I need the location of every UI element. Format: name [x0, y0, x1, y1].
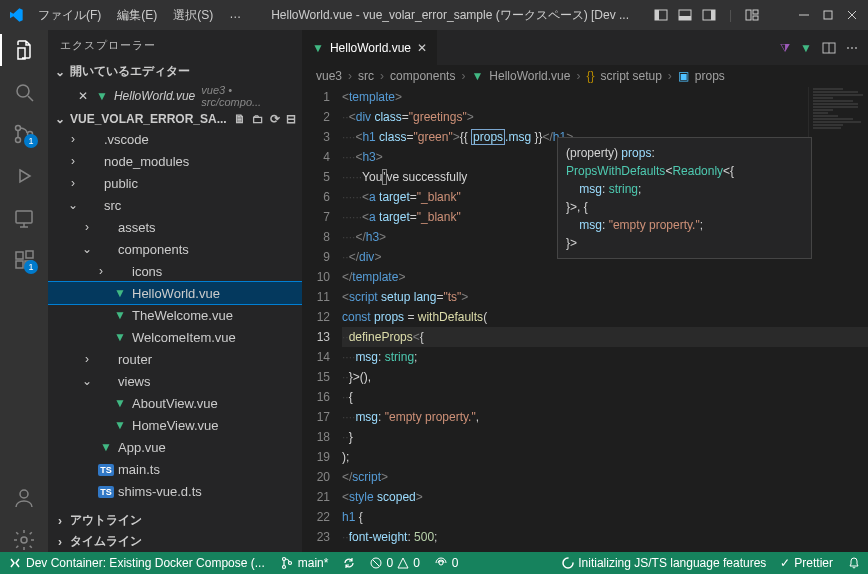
- activity-remote-icon[interactable]: [12, 206, 36, 230]
- open-editor-item[interactable]: ✕ ▼ HelloWorld.vue vue3 • src/compo...: [48, 82, 302, 110]
- status-bell-icon[interactable]: [840, 552, 868, 574]
- tree-item[interactable]: ▼TheWelcome.vue: [48, 304, 302, 326]
- window-minimize-icon[interactable]: [796, 7, 812, 23]
- svg-point-15: [16, 126, 21, 131]
- svg-marker-18: [20, 170, 30, 182]
- window-close-icon[interactable]: [844, 7, 860, 23]
- svg-rect-5: [711, 10, 715, 20]
- tree-item[interactable]: TSshims-vue.d.ts: [48, 480, 302, 502]
- svg-point-27: [21, 537, 27, 543]
- svg-rect-1: [655, 10, 659, 20]
- svg-point-26: [20, 490, 28, 498]
- status-sync[interactable]: [335, 552, 363, 574]
- menu-file[interactable]: ファイル(F): [32, 3, 107, 28]
- sidebar-title: エクスプローラー: [48, 30, 302, 61]
- tree-item[interactable]: ›node_modules: [48, 150, 302, 172]
- tree-item[interactable]: ›.vscode: [48, 128, 302, 150]
- tree-item[interactable]: ›assets: [48, 216, 302, 238]
- svg-line-34: [373, 560, 379, 566]
- status-init[interactable]: Initializing JS/TS language features: [555, 552, 773, 574]
- svg-point-31: [282, 566, 285, 569]
- svg-rect-25: [26, 251, 33, 258]
- tree-item[interactable]: ›public: [48, 172, 302, 194]
- activity-extensions-icon[interactable]: 1: [12, 248, 36, 272]
- svg-rect-8: [753, 16, 758, 20]
- activity-explorer-icon[interactable]: [12, 38, 36, 62]
- close-icon[interactable]: ✕: [78, 89, 88, 103]
- vscode-logo-icon: [8, 7, 24, 23]
- status-remote[interactable]: Dev Container: Existing Docker Compose (…: [0, 552, 273, 574]
- breadcrumb[interactable]: vue3› src› components› ▼HelloWorld.vue› …: [302, 65, 868, 87]
- layout-panel-icon[interactable]: [677, 7, 693, 23]
- svg-point-35: [439, 561, 443, 565]
- tab-close-icon[interactable]: ✕: [417, 41, 427, 55]
- window-maximize-icon[interactable]: [820, 7, 836, 23]
- volar-icon[interactable]: ⧩: [780, 41, 790, 55]
- status-ports[interactable]: 0: [427, 552, 466, 574]
- svg-rect-23: [16, 261, 23, 268]
- split-editor-icon[interactable]: [822, 41, 836, 55]
- svg-rect-22: [16, 252, 23, 259]
- svg-rect-10: [824, 11, 832, 19]
- status-problems[interactable]: 0 0: [363, 552, 426, 574]
- menu-overflow[interactable]: …: [223, 3, 247, 28]
- activity-account-icon[interactable]: [12, 486, 36, 510]
- timeline-header[interactable]: ›タイムライン: [48, 531, 302, 552]
- activity-scm-icon[interactable]: 1: [12, 122, 36, 146]
- layout-sidebar-right-icon[interactable]: [701, 7, 717, 23]
- hover-tooltip: (property) props: PropsWithDefaults<Read…: [557, 137, 812, 259]
- tree-item[interactable]: ›icons: [48, 260, 302, 282]
- tree-item[interactable]: ▼AboutView.vue: [48, 392, 302, 414]
- tree-item[interactable]: ›router: [48, 348, 302, 370]
- svg-line-14: [28, 96, 33, 101]
- new-file-icon[interactable]: 🗎: [234, 112, 246, 126]
- open-editors-header[interactable]: ⌄開いているエディター: [48, 61, 302, 82]
- minimap[interactable]: [808, 87, 868, 207]
- activity-settings-icon[interactable]: [12, 528, 36, 552]
- tree-item[interactable]: TSmain.ts: [48, 458, 302, 480]
- svg-rect-19: [16, 211, 32, 223]
- tree-item[interactable]: ▼WelcomeItem.vue: [48, 326, 302, 348]
- svg-rect-7: [753, 10, 758, 14]
- workspace-header[interactable]: ⌄ VUE_VOLAR_ERROR_SA... 🗎 🗀 ⟳ ⊟: [48, 110, 302, 128]
- menu-select[interactable]: 選択(S): [167, 3, 219, 28]
- vue-icon[interactable]: ▼: [800, 41, 812, 55]
- tree-item[interactable]: ⌄views: [48, 370, 302, 392]
- activity-debug-icon[interactable]: [12, 164, 36, 188]
- tree-item[interactable]: ▼HomeView.vue: [48, 414, 302, 436]
- status-branch[interactable]: main*: [273, 552, 336, 574]
- refresh-icon[interactable]: ⟳: [270, 112, 280, 126]
- editor-tab[interactable]: ▼ HelloWorld.vue ✕: [302, 30, 438, 65]
- layout-customize-icon[interactable]: [744, 7, 760, 23]
- svg-point-16: [16, 138, 21, 143]
- window-title: HelloWorld.vue - vue_volar_error_sample …: [247, 7, 653, 24]
- tree-item[interactable]: ▼HelloWorld.vue: [48, 282, 302, 304]
- tree-item[interactable]: ⌄src: [48, 194, 302, 216]
- layout-sidebar-left-icon[interactable]: [653, 7, 669, 23]
- more-icon[interactable]: ⋯: [846, 41, 858, 55]
- svg-point-13: [17, 85, 29, 97]
- menu-edit[interactable]: 編集(E): [111, 3, 163, 28]
- new-folder-icon[interactable]: 🗀: [252, 112, 264, 126]
- svg-rect-6: [746, 10, 751, 20]
- activity-search-icon[interactable]: [12, 80, 36, 104]
- status-prettier[interactable]: ✓Prettier: [773, 552, 840, 574]
- tree-item[interactable]: ▼App.vue: [48, 436, 302, 458]
- tree-item[interactable]: ⌄components: [48, 238, 302, 260]
- collapse-icon[interactable]: ⊟: [286, 112, 296, 126]
- svg-rect-3: [679, 16, 691, 20]
- outline-header[interactable]: ›アウトライン: [48, 510, 302, 531]
